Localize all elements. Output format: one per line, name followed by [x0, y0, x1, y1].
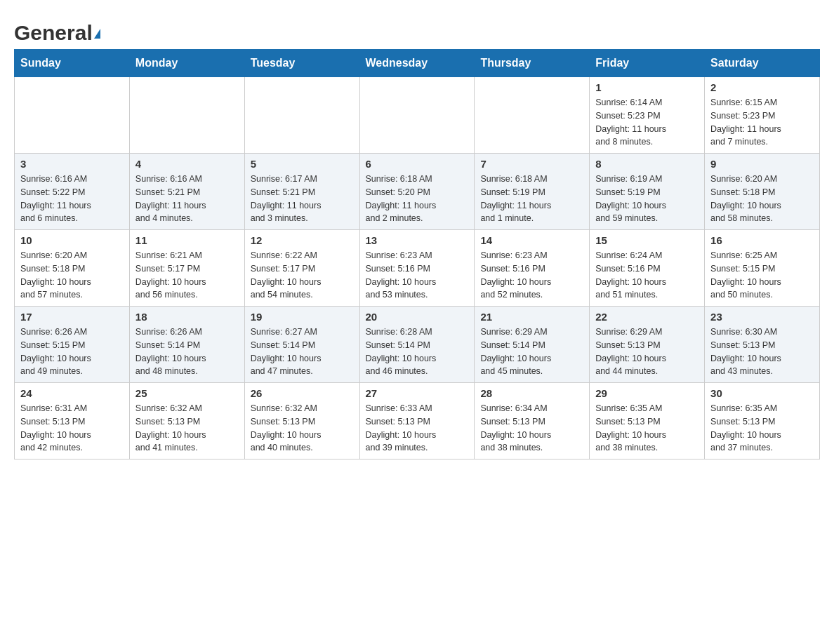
col-wednesday: Wednesday [359, 50, 475, 77]
col-sunday: Sunday [15, 50, 130, 77]
day-info: Sunrise: 6:31 AM Sunset: 5:13 PM Dayligh… [20, 402, 124, 455]
day-number: 23 [710, 311, 814, 323]
day-number: 13 [366, 234, 469, 246]
day-info: Sunrise: 6:20 AM Sunset: 5:18 PM Dayligh… [710, 173, 814, 225]
calendar-week-1: 1Sunrise: 6:14 AM Sunset: 5:23 PM Daylig… [15, 77, 820, 154]
day-number: 27 [366, 387, 469, 399]
day-number: 30 [710, 387, 814, 399]
col-thursday: Thursday [475, 50, 590, 77]
day-number: 5 [251, 158, 354, 170]
day-info: Sunrise: 6:17 AM Sunset: 5:21 PM Dayligh… [251, 173, 354, 225]
calendar-cell [359, 77, 475, 154]
day-number: 21 [480, 311, 583, 323]
logo: General [14, 21, 100, 42]
day-info: Sunrise: 6:24 AM Sunset: 5:16 PM Dayligh… [595, 249, 699, 302]
day-number: 3 [20, 158, 124, 170]
day-number: 4 [135, 158, 239, 170]
calendar-cell: 5Sunrise: 6:17 AM Sunset: 5:21 PM Daylig… [244, 154, 359, 230]
calendar-header-row: Sunday Monday Tuesday Wednesday Thursday… [15, 50, 820, 77]
day-number: 22 [595, 311, 699, 323]
calendar-cell: 18Sunrise: 6:26 AM Sunset: 5:14 PM Dayli… [129, 307, 244, 383]
day-number: 19 [251, 311, 354, 323]
calendar-cell: 8Sunrise: 6:19 AM Sunset: 5:19 PM Daylig… [590, 154, 705, 230]
day-info: Sunrise: 6:33 AM Sunset: 5:13 PM Dayligh… [366, 402, 469, 455]
calendar-cell: 28Sunrise: 6:34 AM Sunset: 5:13 PM Dayli… [475, 383, 590, 459]
day-number: 28 [480, 387, 583, 399]
day-info: Sunrise: 6:25 AM Sunset: 5:15 PM Dayligh… [710, 249, 814, 302]
calendar-cell: 3Sunrise: 6:16 AM Sunset: 5:22 PM Daylig… [15, 154, 130, 230]
calendar-cell: 22Sunrise: 6:29 AM Sunset: 5:13 PM Dayli… [590, 307, 705, 383]
calendar-cell: 26Sunrise: 6:32 AM Sunset: 5:13 PM Dayli… [244, 383, 359, 459]
day-info: Sunrise: 6:20 AM Sunset: 5:18 PM Dayligh… [20, 249, 124, 302]
calendar-cell: 19Sunrise: 6:27 AM Sunset: 5:14 PM Dayli… [244, 307, 359, 383]
day-info: Sunrise: 6:23 AM Sunset: 5:16 PM Dayligh… [480, 249, 583, 302]
calendar-cell: 17Sunrise: 6:26 AM Sunset: 5:15 PM Dayli… [15, 307, 130, 383]
day-number: 15 [595, 234, 699, 246]
logo-general: General [14, 21, 93, 44]
day-info: Sunrise: 6:28 AM Sunset: 5:14 PM Dayligh… [366, 326, 469, 378]
calendar-cell: 15Sunrise: 6:24 AM Sunset: 5:16 PM Dayli… [590, 230, 705, 307]
day-number: 16 [710, 234, 814, 246]
calendar-cell [15, 77, 130, 154]
day-number: 7 [480, 158, 583, 170]
calendar-cell: 1Sunrise: 6:14 AM Sunset: 5:23 PM Daylig… [590, 77, 705, 154]
calendar-cell: 12Sunrise: 6:22 AM Sunset: 5:17 PM Dayli… [244, 230, 359, 307]
col-tuesday: Tuesday [244, 50, 359, 77]
calendar-table: Sunday Monday Tuesday Wednesday Thursday… [14, 49, 820, 459]
day-number: 11 [135, 234, 239, 246]
calendar-cell [475, 77, 590, 154]
calendar-cell: 21Sunrise: 6:29 AM Sunset: 5:14 PM Dayli… [475, 307, 590, 383]
calendar-cell: 16Sunrise: 6:25 AM Sunset: 5:15 PM Dayli… [705, 230, 820, 307]
calendar-cell: 20Sunrise: 6:28 AM Sunset: 5:14 PM Dayli… [359, 307, 475, 383]
day-number: 6 [366, 158, 469, 170]
day-number: 20 [366, 311, 469, 323]
day-number: 9 [710, 158, 814, 170]
day-info: Sunrise: 6:15 AM Sunset: 5:23 PM Dayligh… [710, 96, 814, 149]
calendar-week-3: 10Sunrise: 6:20 AM Sunset: 5:18 PM Dayli… [15, 230, 820, 307]
calendar-cell: 30Sunrise: 6:35 AM Sunset: 5:13 PM Dayli… [705, 383, 820, 459]
day-number: 8 [595, 158, 699, 170]
day-info: Sunrise: 6:32 AM Sunset: 5:13 PM Dayligh… [251, 402, 354, 455]
day-number: 10 [20, 234, 124, 246]
col-friday: Friday [590, 50, 705, 77]
day-number: 25 [135, 387, 239, 399]
day-number: 17 [20, 311, 124, 323]
day-info: Sunrise: 6:18 AM Sunset: 5:19 PM Dayligh… [480, 173, 583, 225]
day-info: Sunrise: 6:27 AM Sunset: 5:14 PM Dayligh… [251, 326, 354, 378]
calendar-week-5: 24Sunrise: 6:31 AM Sunset: 5:13 PM Dayli… [15, 383, 820, 459]
day-number: 26 [251, 387, 354, 399]
day-info: Sunrise: 6:22 AM Sunset: 5:17 PM Dayligh… [251, 249, 354, 302]
day-number: 1 [595, 81, 699, 93]
calendar-cell [129, 77, 244, 154]
day-number: 14 [480, 234, 583, 246]
calendar-cell: 11Sunrise: 6:21 AM Sunset: 5:17 PM Dayli… [129, 230, 244, 307]
calendar-cell: 9Sunrise: 6:20 AM Sunset: 5:18 PM Daylig… [705, 154, 820, 230]
calendar-cell: 13Sunrise: 6:23 AM Sunset: 5:16 PM Dayli… [359, 230, 475, 307]
calendar-cell: 6Sunrise: 6:18 AM Sunset: 5:20 PM Daylig… [359, 154, 475, 230]
calendar-cell: 7Sunrise: 6:18 AM Sunset: 5:19 PM Daylig… [475, 154, 590, 230]
day-info: Sunrise: 6:26 AM Sunset: 5:15 PM Dayligh… [20, 326, 124, 378]
calendar-week-4: 17Sunrise: 6:26 AM Sunset: 5:15 PM Dayli… [15, 307, 820, 383]
calendar-cell: 29Sunrise: 6:35 AM Sunset: 5:13 PM Dayli… [590, 383, 705, 459]
calendar-cell: 2Sunrise: 6:15 AM Sunset: 5:23 PM Daylig… [705, 77, 820, 154]
day-info: Sunrise: 6:35 AM Sunset: 5:13 PM Dayligh… [710, 402, 814, 455]
calendar-cell: 24Sunrise: 6:31 AM Sunset: 5:13 PM Dayli… [15, 383, 130, 459]
day-info: Sunrise: 6:35 AM Sunset: 5:13 PM Dayligh… [595, 402, 699, 455]
logo-triangle-icon [94, 29, 100, 39]
day-number: 18 [135, 311, 239, 323]
calendar-cell: 23Sunrise: 6:30 AM Sunset: 5:13 PM Dayli… [705, 307, 820, 383]
day-info: Sunrise: 6:14 AM Sunset: 5:23 PM Dayligh… [595, 96, 699, 149]
page-header: General [14, 14, 820, 42]
logo-text: General [14, 21, 100, 45]
calendar-cell: 4Sunrise: 6:16 AM Sunset: 5:21 PM Daylig… [129, 154, 244, 230]
calendar-cell: 25Sunrise: 6:32 AM Sunset: 5:13 PM Dayli… [129, 383, 244, 459]
calendar-cell: 14Sunrise: 6:23 AM Sunset: 5:16 PM Dayli… [475, 230, 590, 307]
calendar-cell: 27Sunrise: 6:33 AM Sunset: 5:13 PM Dayli… [359, 383, 475, 459]
day-info: Sunrise: 6:30 AM Sunset: 5:13 PM Dayligh… [710, 326, 814, 378]
day-number: 29 [595, 387, 699, 399]
day-info: Sunrise: 6:29 AM Sunset: 5:13 PM Dayligh… [595, 326, 699, 378]
day-info: Sunrise: 6:16 AM Sunset: 5:21 PM Dayligh… [135, 173, 239, 225]
calendar-cell: 10Sunrise: 6:20 AM Sunset: 5:18 PM Dayli… [15, 230, 130, 307]
col-saturday: Saturday [705, 50, 820, 77]
day-info: Sunrise: 6:18 AM Sunset: 5:20 PM Dayligh… [366, 173, 469, 225]
